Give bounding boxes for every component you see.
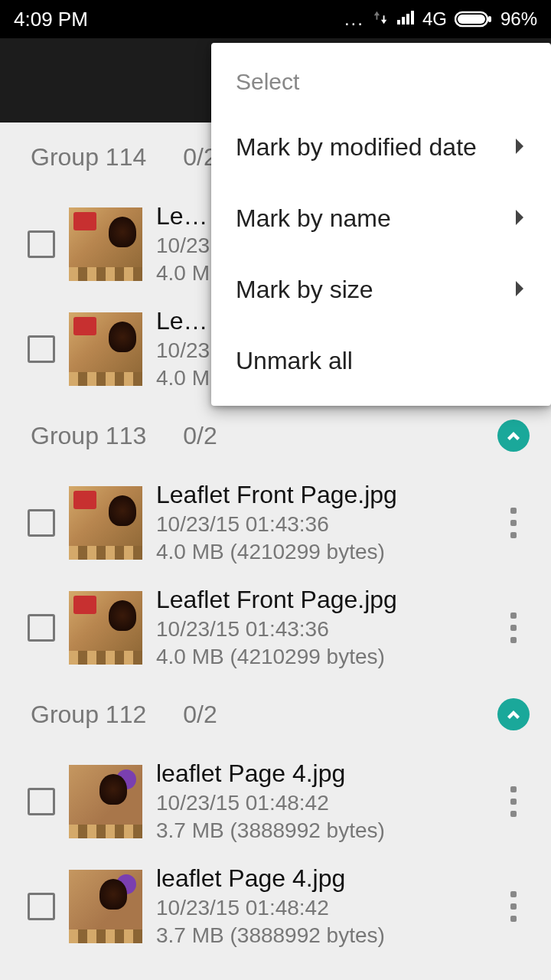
file-item[interactable]: leaflet Page 4.jpg10/23/15 01:48:423.7 M… — [0, 749, 551, 854]
file-size: 4.0 MB (4210299 bytes) — [156, 645, 494, 669]
select-popup-menu: Select Mark by modified dateMark by name… — [211, 43, 551, 406]
popup-item-label: Mark by size — [236, 276, 373, 304]
file-date: 10/23 — [156, 338, 217, 363]
item-overflow-button[interactable] — [494, 605, 533, 651]
popup-item-label: Mark by name — [236, 204, 391, 233]
file-info: leaflet Page 4.jpg10/23/15 01:48:423.7 M… — [156, 864, 494, 948]
file-item[interactable]: leaflet Page 4.jpg10/23/15 01:48:423.7 M… — [0, 854, 551, 959]
file-thumbnail — [69, 591, 142, 665]
more-dots-icon: ... — [344, 8, 364, 30]
file-date: 10/23/15 01:48:42 — [156, 896, 494, 920]
file-checkbox[interactable] — [28, 509, 55, 537]
file-checkbox[interactable] — [28, 788, 55, 815]
file-info: Leaflet Front Page.jpg10/23/15 01:43:364… — [156, 481, 494, 564]
file-date: 10/23/15 01:48:42 — [156, 791, 494, 815]
file-name: Leafle — [156, 307, 217, 335]
group-title: Group 112 — [31, 701, 146, 729]
item-overflow-button[interactable] — [494, 779, 533, 825]
data-arrows-icon — [372, 8, 389, 31]
popup-title: Select — [211, 58, 551, 112]
signal-icon — [396, 8, 415, 31]
file-checkbox[interactable] — [28, 230, 55, 258]
file-size: 4.0 MB — [156, 366, 217, 390]
popup-item-label: Mark by modified date — [236, 133, 477, 162]
popup-item-unmark-all[interactable]: Unmark all — [211, 325, 551, 397]
file-date: 10/23 — [156, 234, 217, 258]
popup-item-mark-by-size[interactable]: Mark by size — [211, 254, 551, 325]
collapse-button[interactable] — [497, 420, 530, 452]
group-count: 0/2 — [183, 422, 217, 450]
svg-rect-6 — [488, 16, 491, 22]
file-checkbox[interactable] — [28, 614, 55, 642]
file-info: Leaflet Front Page.jpg10/23/15 01:43:364… — [156, 586, 494, 669]
popup-item-label: Unmark all — [236, 347, 353, 375]
chevron-right-icon — [514, 133, 527, 162]
group-header[interactable]: Group 1120/2 — [0, 680, 551, 749]
file-info: leaflet Page 4.jpg10/23/15 01:48:423.7 M… — [156, 760, 494, 843]
battery-icon — [455, 10, 493, 28]
file-checkbox[interactable] — [28, 893, 55, 920]
battery-percentage: 96% — [500, 8, 537, 30]
svg-rect-3 — [411, 11, 414, 24]
status-bar: 4:09 PM ... 4G 96% — [0, 0, 551, 38]
file-thumbnail — [69, 486, 142, 560]
file-size: 4.0 MB (4210299 bytes) — [156, 540, 494, 564]
file-name: Leafle — [156, 202, 217, 230]
group-count: 0/2 — [183, 701, 217, 729]
status-right: ... 4G 96% — [344, 8, 537, 31]
svg-rect-1 — [402, 17, 405, 24]
file-size: 3.7 MB (3888992 bytes) — [156, 923, 494, 948]
item-overflow-button[interactable] — [494, 884, 533, 929]
chevron-right-icon — [514, 204, 527, 233]
svg-rect-5 — [458, 15, 485, 24]
file-checkbox[interactable] — [28, 335, 55, 363]
file-date: 10/23/15 01:43:36 — [156, 512, 494, 537]
file-date: 10/23/15 01:43:36 — [156, 617, 494, 642]
group-header[interactable]: Group 1130/2 — [0, 401, 551, 470]
status-time: 4:09 PM — [14, 8, 88, 31]
file-name: leaflet Page 4.jpg — [156, 760, 494, 788]
network-type: 4G — [422, 8, 447, 30]
file-item[interactable]: Leaflet Front Page.jpg10/23/15 01:43:364… — [0, 470, 551, 575]
item-overflow-button[interactable] — [494, 500, 533, 546]
file-name: Leaflet Front Page.jpg — [156, 586, 494, 614]
file-thumbnail — [69, 312, 142, 386]
svg-rect-2 — [406, 14, 409, 24]
chevron-right-icon — [514, 276, 527, 304]
file-size: 3.7 MB (3888992 bytes) — [156, 818, 494, 843]
file-name: leaflet Page 4.jpg — [156, 864, 494, 893]
popup-item-mark-by-name[interactable]: Mark by name — [211, 183, 551, 254]
file-thumbnail — [69, 765, 142, 838]
file-item[interactable]: Leaflet Front Page.jpg10/23/15 01:43:364… — [0, 575, 551, 680]
group-title: Group 113 — [31, 422, 146, 450]
file-thumbnail — [69, 870, 142, 943]
file-thumbnail — [69, 207, 142, 281]
group-title: Group 114 — [31, 143, 146, 172]
popup-item-mark-by-modified-date[interactable]: Mark by modified date — [211, 112, 551, 183]
collapse-button[interactable] — [497, 698, 530, 730]
file-name: Leaflet Front Page.jpg — [156, 481, 494, 509]
svg-rect-0 — [397, 20, 400, 24]
file-size: 4.0 MB — [156, 261, 217, 286]
